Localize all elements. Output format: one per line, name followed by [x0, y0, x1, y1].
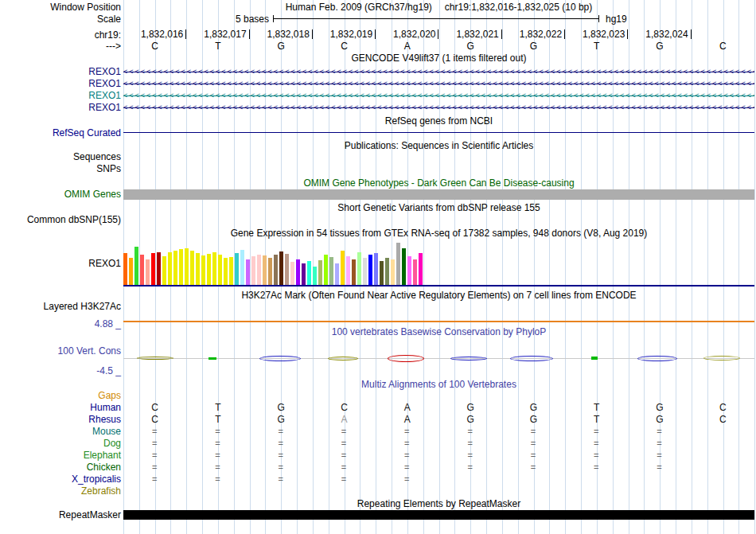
- gtex-expression-bar[interactable]: [134, 247, 138, 285]
- gtex-expression-bar[interactable]: [407, 256, 411, 285]
- gtex-expression-bar[interactable]: [380, 261, 384, 285]
- refseq-track-title: RefSeq genes from NCBI: [123, 115, 754, 127]
- gtex-expression-bar[interactable]: [285, 254, 289, 285]
- refseq-gene-line[interactable]: [123, 132, 754, 133]
- gtex-expression-bar[interactable]: [368, 255, 372, 285]
- alignment-cell: G: [502, 414, 565, 426]
- gencode-gene-item[interactable]: <<<<<<<<<<<<<<<<<<<<<<<<<<<<<<<<<<<<<<<<…: [123, 91, 754, 101]
- gtex-expression-bar[interactable]: [374, 253, 378, 285]
- gtex-expression-bar[interactable]: [357, 252, 361, 285]
- gtex-expression-bar[interactable]: [179, 249, 183, 285]
- track-label-layered-h3k27ac[interactable]: Layered H3K27Ac: [0, 301, 121, 312]
- species-label[interactable]: Human: [0, 402, 121, 413]
- gtex-expression-bar[interactable]: [268, 258, 272, 285]
- gtex-expression-bar[interactable]: [218, 255, 222, 285]
- species-label[interactable]: Dog: [0, 438, 121, 449]
- gtex-expression-bar[interactable]: [385, 258, 389, 285]
- gtex-expression-bar[interactable]: [129, 258, 133, 285]
- gtex-expression-bar[interactable]: [168, 252, 172, 285]
- track-label-gencode-gene[interactable]: REXO1: [0, 66, 121, 77]
- gencode-gene-item[interactable]: <<<<<<<<<<<<<<<<<<<<<<<<<<<<<<<<<<<<<<<<…: [123, 79, 754, 89]
- gencode-gene-item[interactable]: <<<<<<<<<<<<<<<<<<<<<<<<<<<<<<<<<<<<<<<<…: [123, 103, 754, 113]
- gtex-expression-bar[interactable]: [263, 255, 267, 285]
- species-label[interactable]: Gaps: [0, 390, 121, 401]
- gtex-expression-bar[interactable]: [240, 250, 244, 285]
- track-label-sequences[interactable]: Sequences: [0, 151, 121, 162]
- gtex-expression-bar[interactable]: [146, 259, 150, 285]
- gtex-expression-bar[interactable]: [207, 254, 211, 285]
- gtex-expression-bar[interactable]: [274, 255, 278, 285]
- gtex-expression-bar[interactable]: [402, 248, 406, 285]
- gtex-expression-bar[interactable]: [352, 259, 356, 285]
- alignment-cell: =: [439, 450, 502, 462]
- alignment-cell: =: [565, 450, 628, 462]
- species-label[interactable]: Rhesus: [0, 414, 121, 425]
- gtex-expression-bar[interactable]: [329, 257, 333, 285]
- alignment-cell: =: [313, 462, 376, 474]
- gtex-expression-bar[interactable]: [290, 262, 294, 285]
- gtex-expression-bar[interactable]: [302, 263, 306, 285]
- gtex-expression-bar[interactable]: [196, 253, 200, 285]
- repeatmasker-element-bar[interactable]: [123, 510, 754, 520]
- alignment-cell: T: [565, 402, 628, 414]
- gtex-expression-bar[interactable]: [313, 267, 317, 285]
- gencode-gene-item[interactable]: <<<<<<<<<<<<<<<<<<<<<<<<<<<<<<<<<<<<<<<<…: [123, 67, 754, 77]
- species-label[interactable]: Chicken: [0, 462, 121, 473]
- gtex-expression-bar[interactable]: [140, 255, 144, 285]
- track-label-snps[interactable]: SNPs: [0, 163, 121, 174]
- gtex-expression-bar[interactable]: [251, 256, 255, 285]
- species-label[interactable]: X_tropicalis: [0, 474, 121, 485]
- gtex-expression-bar[interactable]: [391, 259, 395, 285]
- track-label-gencode-gene[interactable]: REXO1: [0, 102, 121, 113]
- gtex-expression-bar[interactable]: [363, 258, 367, 285]
- alignment-cell: A: [376, 402, 438, 414]
- alignment-cell: G: [439, 402, 502, 414]
- gtex-expression-bar[interactable]: [246, 259, 250, 285]
- gtex-expression-bar[interactable]: [279, 251, 283, 285]
- species-label[interactable]: Zebrafish: [0, 485, 121, 497]
- gtex-expression-bar[interactable]: [396, 243, 400, 285]
- gtex-expression-bar[interactable]: [123, 253, 127, 285]
- omim-gene-bar[interactable]: [123, 189, 754, 200]
- gtex-expression-bar[interactable]: [257, 255, 261, 285]
- gtex-expression-bar[interactable]: [185, 248, 189, 285]
- gtex-expression-bar[interactable]: [212, 252, 216, 285]
- gtex-expression-bar[interactable]: [162, 256, 166, 285]
- gtex-expression-bar[interactable]: [190, 251, 194, 285]
- gtex-expression-bar[interactable]: [151, 253, 155, 285]
- gtex-expression-bar[interactable]: [157, 252, 161, 285]
- track-label-refseq-curated[interactable]: RefSeq Curated: [0, 127, 121, 138]
- gtex-expression-bar[interactable]: [173, 251, 177, 285]
- gtex-expression-bar[interactable]: [224, 258, 228, 285]
- gtex-expression-bar[interactable]: [419, 253, 423, 285]
- track-label-gtex-gene[interactable]: REXO1: [0, 258, 121, 269]
- species-label[interactable]: Elephant: [0, 450, 121, 461]
- gtex-expression-bar[interactable]: [346, 256, 350, 285]
- track-label-omim-genes[interactable]: OMIM Genes: [0, 189, 121, 200]
- gtex-expression-bar[interactable]: [296, 259, 300, 285]
- gtex-expression-bar[interactable]: [324, 255, 328, 285]
- track-label-common-dbsnp[interactable]: Common dbSNP(155): [0, 214, 121, 225]
- gtex-expression-bar[interactable]: [335, 263, 339, 285]
- gtex-expression-bar[interactable]: [318, 260, 322, 285]
- alignment-cell: =: [250, 438, 313, 450]
- gtex-expression-bar[interactable]: [307, 261, 311, 285]
- minus-strand-arrows: <<<<<<<<<<<<<<<<<<<<<<<<<<<<<<<<<<<<<<<<…: [123, 79, 754, 89]
- reference-base: G: [439, 41, 502, 52]
- gtex-expression-bar[interactable]: [235, 253, 239, 285]
- track-label-gencode-gene[interactable]: REXO1: [0, 78, 121, 89]
- gtex-expression-bar[interactable]: [201, 255, 205, 285]
- track-label-repeatmasker[interactable]: RepeatMasker: [0, 509, 121, 520]
- alignment-row: CTGCAGGTGC: [123, 402, 754, 414]
- gtex-expression-bar[interactable]: [413, 259, 417, 285]
- species-label[interactable]: Mouse: [0, 426, 121, 437]
- track-label-100-vert-cons[interactable]: 100 Vert. Cons: [0, 345, 121, 357]
- alignment-cell: =: [376, 462, 438, 474]
- track-label-gencode-gene[interactable]: REXO1: [0, 90, 121, 101]
- gtex-expression-chart[interactable]: [123, 243, 754, 285]
- alignment-row: =========: [123, 438, 754, 450]
- alignment-cell: =: [502, 462, 565, 474]
- gtex-expression-bar[interactable]: [341, 251, 345, 285]
- alignment-cell: G: [628, 414, 691, 426]
- gtex-expression-bar[interactable]: [229, 257, 233, 285]
